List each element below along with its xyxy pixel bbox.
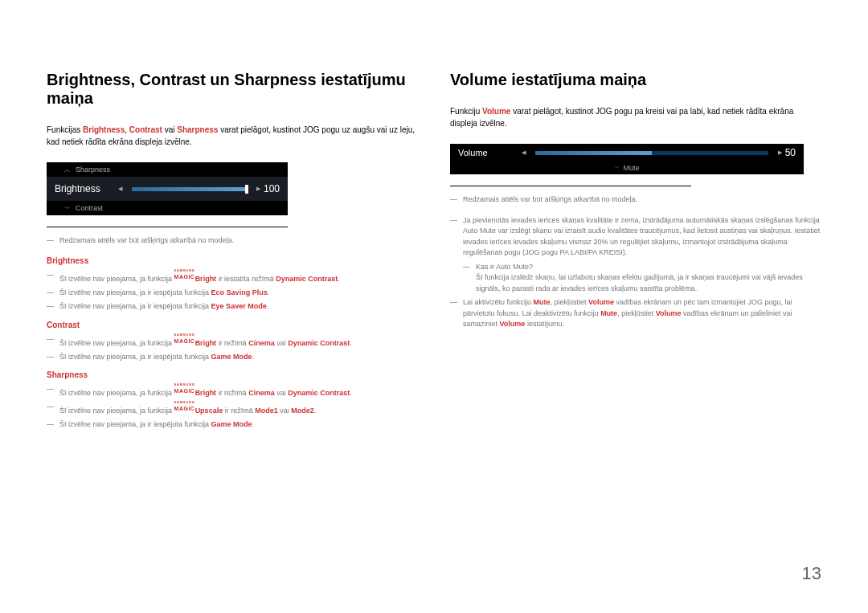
brightness-note-3: ― Šī izvēlne nav pieejama, ja ir iespējo… [47,301,418,313]
right-heading: Volume iestatījuma maiņa [450,71,821,89]
mute-activate-note: ― Lai aktivizētu funkciju Mute, piekļūst… [450,297,821,330]
page-number: 13 [802,563,821,584]
brightness-note-2: ― Šī izvēlne nav pieejama, ja ir iespējo… [47,288,418,299]
osd-up-row: ︿ Sharpness [47,162,288,177]
model-note-right: ― Redzamais attēls var būt atšķirīgs atk… [450,194,821,206]
divider [450,186,691,186]
osd-main-row: Brightness ◀ ▶ 100 [47,177,288,201]
chevron-down-icon: ﹀ [614,164,620,172]
volume-value: 50 [785,147,796,158]
right-column: Volume iestatījuma maiņa Funkciju Volume… [450,71,821,434]
osd-down-row: ﹀ Contrast [47,201,288,215]
osd-main-label: Brightness [55,183,115,194]
contrast-note-2: ― Šī izvēlne nav pieejama, ja ir iespējo… [47,352,418,363]
chevron-up-icon: ︿ [64,166,71,174]
whatis-automute: ― Kas ir Auto Mute? Šī funkcija izslēdz … [463,262,821,295]
automute-note: ― Ja pievienotās ievades ierīces skaņas … [450,215,821,259]
volume-label: Volume [458,148,518,157]
brightness-subhead: Brightness [47,256,418,265]
model-note: ― Redzamais attēls var būt atšķirīgs atk… [47,235,418,247]
triangle-left-icon: ◀ [118,186,122,192]
right-intro: Funkciju Volume varat pielāgot, kustinot… [450,105,821,129]
left-heading: Brightness, Contrast un Sharpness iestat… [47,71,418,108]
sharpness-note-2: ― Šī izvēlne nav pieejama, ja funkcija S… [47,402,418,416]
divider [47,227,288,227]
triangle-left-icon: ◀ [522,149,526,156]
volume-osd: Volume ◀ ▶ 50 ﹀ Mute [450,144,804,174]
sharpness-note-3: ― Šī izvēlne nav pieejama, ja ir iespējo… [47,419,418,431]
volume-slider [535,151,768,155]
brightness-value: 100 [264,183,280,194]
triangle-right-icon: ▶ [256,186,260,192]
brightness-note-1: ― Šī izvēlne nav pieejama, ja funkcija S… [47,270,418,284]
contrast-note-1: ― Šī izvēlne nav pieejama, ja funkcija S… [47,334,418,349]
brightness-slider [132,187,247,191]
brightness-osd: ︿ Sharpness Brightness ◀ ▶ 100 ﹀ Contras… [47,162,288,215]
left-intro: Funkcijas Brightness, Contrast vai Sharp… [47,124,418,148]
sharpness-note-1: ― Šī izvēlne nav pieejama, ja funkcija S… [47,384,418,398]
contrast-subhead: Contrast [47,321,418,329]
sharpness-subhead: Sharpness [47,370,418,379]
left-column: Brightness, Contrast un Sharpness iestat… [47,71,418,434]
mute-row: ﹀ Mute [450,161,804,174]
chevron-down-icon: ﹀ [64,204,71,213]
triangle-right-icon: ▶ [778,149,782,156]
